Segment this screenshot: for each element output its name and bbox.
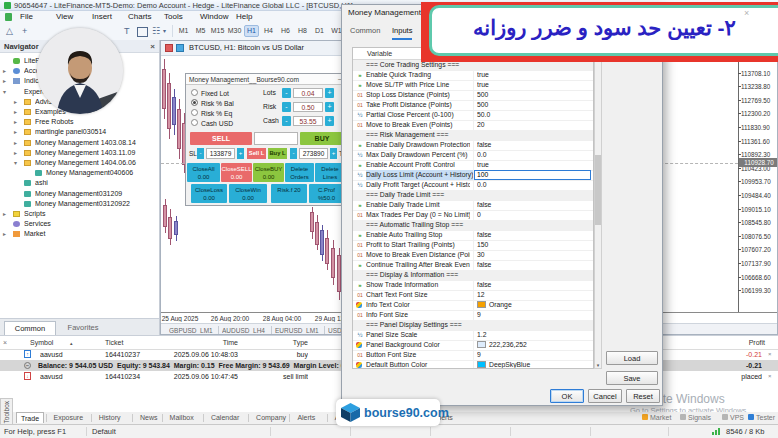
value-editbox[interactable]: 100 — [474, 170, 591, 180]
input-value[interactable]: 0.0 — [477, 150, 589, 160]
chevron-right-icon[interactable]: ▸ — [3, 209, 6, 219]
cash-plus-button[interactable]: + — [325, 116, 334, 126]
close-icon[interactable]: × — [150, 40, 155, 53]
reset-button[interactable]: Reset — [626, 389, 660, 403]
chevron-down-icon[interactable]: ▾ — [14, 158, 17, 168]
input-value[interactable]: false — [477, 260, 589, 270]
load-button[interactable]: Load — [606, 351, 658, 365]
chevron-right-icon[interactable]: ▸ — [14, 107, 17, 117]
chevron-right-icon[interactable]: ▸ — [14, 148, 17, 158]
sl-value[interactable]: 133879 — [206, 148, 235, 159]
toolbox-tab-history[interactable]: History — [95, 412, 125, 423]
toolbox-tab-exposure[interactable]: Exposure — [50, 412, 88, 423]
cash-minus-button[interactable]: - — [282, 116, 291, 126]
input-value[interactable]: false — [477, 230, 589, 240]
sell-limit-button[interactable]: Sell L — [247, 148, 266, 159]
menu-item-window[interactable]: Window — [200, 11, 228, 22]
chevron-right-icon[interactable]: ▸ — [3, 76, 6, 86]
input-value[interactable]: 500 — [477, 100, 589, 110]
toolbox-tab-calendar[interactable]: Calendar — [207, 412, 243, 423]
text-tool-icon[interactable]: T — [124, 25, 130, 37]
timeframe-h1[interactable]: H1 — [244, 25, 259, 37]
navigator-tab-common[interactable]: Common — [4, 321, 56, 336]
scrollbar-thumb[interactable] — [595, 155, 601, 225]
input-value[interactable]: 1.2 — [477, 330, 589, 340]
col-profit[interactable]: Profit — [690, 338, 765, 348]
timeframe-h4[interactable]: H4 — [261, 25, 276, 37]
input-value[interactable]: 20 — [477, 120, 589, 130]
tree-item[interactable]: ▸Money Management 1403.08.14 — [0, 138, 160, 148]
menu-item-insert[interactable]: Insert — [92, 11, 112, 22]
closebuy-button[interactable]: CloseBUY 0.00 — [253, 163, 284, 182]
chevron-right-icon[interactable]: ▸ — [3, 229, 6, 239]
toolbox-tab-news[interactable]: News — [136, 412, 162, 423]
shapes-tool-icon[interactable] — [137, 27, 148, 37]
close-icon[interactable]: × — [3, 338, 7, 348]
tree-item[interactable]: Money Management03120922 — [0, 199, 160, 209]
col-ticket[interactable]: Ticket — [105, 338, 123, 348]
chevron-right-icon[interactable]: ▸ — [14, 138, 17, 148]
sl-minus-button[interactable]: - — [197, 148, 204, 159]
menu-item-charts[interactable]: Charts — [128, 11, 152, 22]
tree-item[interactable]: ▸Free Robots — [0, 117, 160, 127]
timeframe-m5[interactable]: M5 — [193, 25, 208, 37]
dialog-tab-inputs[interactable]: Inputs — [392, 24, 412, 40]
symbol-tab-audusd_lh4[interactable]: AUDUSD_LH4 — [222, 325, 268, 335]
risk-plus-button[interactable]: + — [325, 102, 334, 112]
tree-item[interactable]: Money Management040606 — [0, 168, 160, 178]
tree-item[interactable]: ▸Scripts — [0, 209, 160, 219]
risk-f-20-button[interactable]: Risk.f 20 — [271, 184, 307, 203]
input-value[interactable]: 9 — [477, 350, 589, 360]
closesell-button[interactable]: CloseSELL 0.00 — [221, 163, 252, 182]
timeframe-m1[interactable]: M1 — [176, 25, 191, 37]
tree-item[interactable]: Services — [0, 219, 160, 229]
chevron-right-icon[interactable]: ▸ — [3, 66, 6, 76]
save-button[interactable]: Save — [606, 371, 658, 385]
input-value[interactable]: 0 — [477, 210, 589, 220]
scroll-down-icon[interactable]: ▾ — [594, 361, 602, 369]
radio-dot[interactable] — [191, 119, 198, 126]
radio-dot[interactable] — [191, 109, 198, 116]
navigator-tab-favorites[interactable]: Favorites — [58, 321, 108, 335]
cancel-button[interactable]: Cancel — [588, 389, 622, 403]
sl-plus-button[interactable]: + — [237, 148, 244, 159]
col-time[interactable]: Time — [160, 338, 238, 348]
closeall-button[interactable]: CloseAll 0.00 — [187, 163, 220, 182]
tree-item[interactable]: ▾Money Manegement 1404.06.06 — [0, 158, 160, 168]
delete-orders-button[interactable]: Delete Orders — [285, 163, 314, 182]
cash-value[interactable]: 53.55 — [293, 116, 323, 126]
col-symbol[interactable]: Symbol — [30, 338, 53, 348]
cursor-tool-icon[interactable]: △ — [6, 25, 13, 37]
input-value[interactable]: 9 — [477, 310, 589, 320]
radio-fixed-lot[interactable]: Fixed Lot — [191, 89, 229, 98]
input-value[interactable]: false — [477, 140, 589, 150]
tree-item[interactable]: ▸martingle panel030514 — [0, 127, 160, 137]
tray-vps[interactable]: VPS — [722, 412, 744, 424]
symbol-tab-eurusd_lm1[interactable]: EURUSD_LM1 — [275, 325, 321, 335]
lots-plus-button[interactable]: + — [325, 88, 334, 98]
tray-signals[interactable]: Signals — [680, 412, 711, 424]
menu-item-file[interactable]: File — [20, 11, 33, 22]
radio-risk-eq[interactable]: Risk % Eq — [191, 109, 232, 118]
close-icon[interactable]: × — [744, 8, 749, 18]
input-value[interactable]: false — [477, 280, 589, 290]
col-type[interactable]: Type — [240, 338, 308, 348]
buy-button[interactable]: BUY — [300, 132, 344, 145]
tp-plus-button[interactable]: + — [330, 148, 337, 159]
closewin-button[interactable]: CloseWin 0.00 — [229, 184, 267, 203]
input-value[interactable]: true — [477, 160, 589, 170]
risk-value[interactable]: 0.50 — [293, 102, 323, 112]
tree-item[interactable]: Money Management031209 — [0, 189, 160, 199]
timeframe-h8[interactable]: H8 — [295, 25, 310, 37]
timeframe-m15[interactable]: M15 — [210, 25, 225, 37]
objects-tool-icon[interactable]: ☷ — [152, 25, 160, 37]
profile-name[interactable]: Default — [92, 427, 116, 436]
menu-item-tools[interactable]: Tools — [164, 11, 183, 22]
risk-minus-button[interactable]: - — [282, 102, 291, 112]
chevron-down-icon[interactable]: ▾ — [3, 87, 6, 97]
input-value[interactable]: true — [477, 80, 589, 90]
toolbox-tab-mailbox[interactable]: Mailbox — [166, 412, 198, 423]
input-value[interactable]: 30 — [477, 250, 589, 260]
tree-item[interactable]: ▸Market — [0, 229, 160, 239]
crosshair-tool-icon[interactable]: + — [22, 25, 27, 37]
